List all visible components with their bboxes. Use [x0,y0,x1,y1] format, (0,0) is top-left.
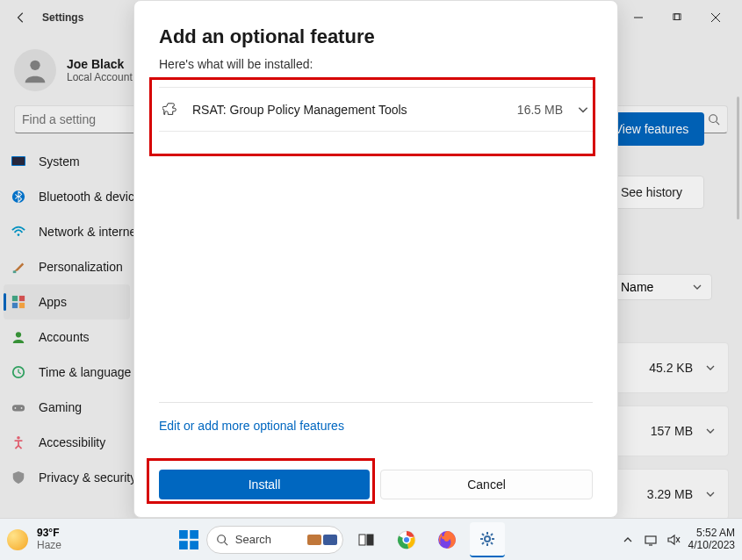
taskbar: 93°F Haze Search [0,518,742,560]
search-highlight-icon [323,535,337,545]
svg-rect-31 [359,535,365,545]
svg-point-35 [403,536,410,543]
start-button[interactable] [176,528,201,552]
svg-point-37 [485,536,490,542]
taskbar-search[interactable]: Search [206,526,343,554]
time: 5:52 AM [688,528,735,539]
dialog-title: Add an optional feature [159,25,593,48]
edit-features-link[interactable]: Edit or add more optional features [159,419,593,433]
network-tray-icon[interactable] [643,532,659,548]
date: 4/10/2023 [688,540,735,551]
chrome-button[interactable] [389,522,424,557]
svg-line-28 [224,542,227,545]
feature-item[interactable]: RSAT: Group Policy Management Tools 16.5… [159,88,593,132]
weather-condition: Haze [37,540,61,551]
svg-rect-26 [190,541,198,549]
svg-rect-29 [307,535,321,545]
search-highlight-icon [307,535,321,545]
feature-name: RSAT: Group Policy Management Tools [192,103,503,117]
install-button[interactable]: Install [159,470,370,499]
feature-list: RSAT: Group Policy Management Tools 16.5… [159,87,593,132]
task-view-button[interactable] [349,522,384,557]
svg-rect-30 [323,535,337,545]
svg-rect-24 [190,530,198,539]
svg-rect-32 [367,535,373,545]
settings-button[interactable] [470,522,505,557]
cancel-button[interactable]: Cancel [380,470,593,499]
tray-chevron-icon[interactable] [620,532,636,548]
weather-icon [7,529,28,550]
weather-widget[interactable]: 93°F Haze [37,528,61,550]
volume-tray-icon[interactable] [666,532,681,548]
temperature: 93°F [37,528,61,539]
clock-tray[interactable]: 5:52 AM 4/10/2023 [688,528,735,550]
firefox-button[interactable] [429,522,465,557]
puzzle-icon [162,102,178,118]
feature-size: 16.5 MB [517,103,563,117]
add-feature-dialog: Add an optional feature Here's what will… [133,0,618,518]
dialog-subtitle: Here's what will be installed: [159,57,593,71]
chevron-down-icon [577,104,589,116]
svg-point-27 [218,535,226,542]
svg-rect-23 [179,530,188,539]
search-icon [216,534,228,546]
svg-rect-25 [179,541,188,549]
search-placeholder: Search [235,533,271,546]
svg-rect-38 [645,536,656,543]
